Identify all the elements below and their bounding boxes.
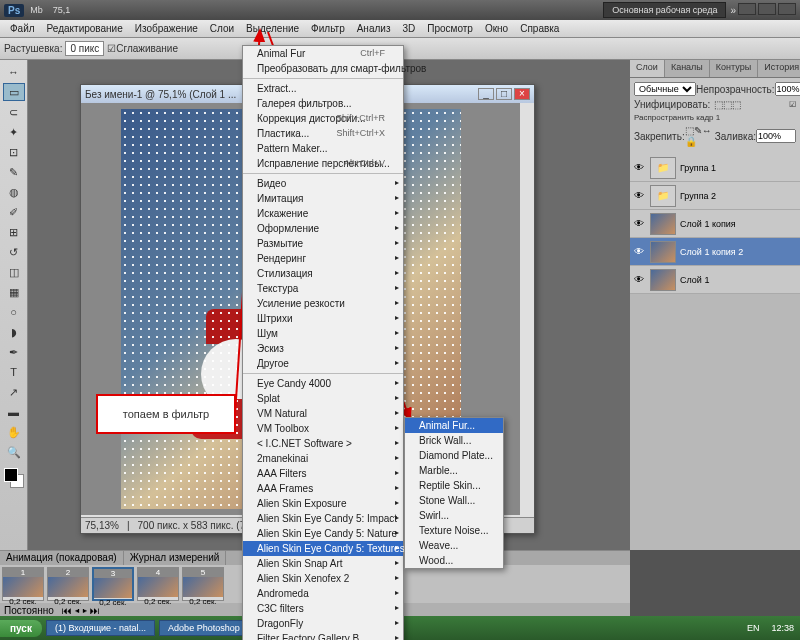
measurement-tab[interactable]: Журнал измерений: [124, 551, 227, 565]
pen-tool[interactable]: ✒: [3, 343, 25, 361]
doc-maximize-button[interactable]: □: [496, 88, 512, 100]
menuitem[interactable]: Пластика...Shift+Ctrl+X: [243, 126, 403, 141]
menuitem[interactable]: Искажение: [243, 206, 403, 221]
layer-row[interactable]: 👁Слой 1 копия 2: [630, 238, 800, 266]
healing-tool[interactable]: ◍: [3, 183, 25, 201]
brush-tool[interactable]: ✐: [3, 203, 25, 221]
menuitem[interactable]: VM Natural: [243, 406, 403, 421]
panels-dock[interactable]: СлоиКаналыКонтурыИстория Обычные Непрозр…: [630, 60, 800, 550]
zoom-tool[interactable]: 🔍: [3, 443, 25, 461]
doc-close-button[interactable]: ×: [514, 88, 530, 100]
play-controls[interactable]: ⏮ ◀ ▶ ⏭: [62, 605, 100, 616]
menuitem[interactable]: Pattern Maker...: [243, 141, 403, 156]
anim-frame[interactable]: 50,2 сек.: [182, 567, 224, 601]
anim-frame[interactable]: 40,2 сек.: [137, 567, 179, 601]
fill-input[interactable]: [756, 129, 796, 143]
menuitem[interactable]: Эскиз: [243, 341, 403, 356]
menu-3D[interactable]: 3D: [396, 21, 421, 36]
path-tool[interactable]: ↗: [3, 383, 25, 401]
eyedropper-tool[interactable]: ✎: [3, 163, 25, 181]
menuitem[interactable]: Brick Wall...: [405, 433, 503, 448]
zoom-field[interactable]: 75,1: [53, 5, 71, 15]
menuitem[interactable]: Marble...: [405, 463, 503, 478]
menuitem[interactable]: Alien Skin Eye Candy 5: Impact: [243, 511, 403, 526]
menuitem[interactable]: Splat: [243, 391, 403, 406]
menuitem[interactable]: Alien Skin Xenofex 2: [243, 571, 403, 586]
menuitem[interactable]: Имитация: [243, 191, 403, 206]
menuitem[interactable]: Alien Skin Snap Art: [243, 556, 403, 571]
stamp-tool[interactable]: ⊞: [3, 223, 25, 241]
menuitem[interactable]: Eye Candy 4000: [243, 376, 403, 391]
panel-tabs[interactable]: СлоиКаналыКонтурыИстория: [630, 60, 800, 78]
menuitem[interactable]: Stone Wall...: [405, 493, 503, 508]
menuitem[interactable]: Видео: [243, 176, 403, 191]
menu-Файл[interactable]: Файл: [4, 21, 41, 36]
workspace-switcher[interactable]: Основная рабочая среда: [603, 2, 726, 18]
menuitem[interactable]: Animal FurCtrl+F: [243, 46, 403, 61]
marquee-tool[interactable]: ▭: [3, 83, 25, 101]
tray-lang[interactable]: EN: [741, 623, 766, 633]
menu-Слои[interactable]: Слои: [204, 21, 240, 36]
feather-input[interactable]: 0 пикс: [65, 41, 104, 56]
menu-Выделение[interactable]: Выделение: [240, 21, 305, 36]
textures-submenu[interactable]: Animal Fur...Brick Wall...Diamond Plate.…: [404, 417, 504, 569]
filter-menu[interactable]: Animal FurCtrl+FПреобразовать для смарт-…: [242, 45, 404, 640]
main-menubar[interactable]: ФайлРедактированиеИзображениеСлоиВыделен…: [0, 20, 800, 38]
menuitem[interactable]: Оформление: [243, 221, 403, 236]
menuitem[interactable]: Штрихи: [243, 311, 403, 326]
menuitem[interactable]: Animal Fur...: [405, 418, 503, 433]
layers-panel-options[interactable]: Обычные Непрозрачность: Унифицировать:⬚⬚…: [630, 78, 800, 154]
menuitem[interactable]: Исправление перспективы...Alt+Ctrl+V: [243, 156, 403, 171]
wand-tool[interactable]: ✦: [3, 123, 25, 141]
menuitem[interactable]: Reptile Skin...: [405, 478, 503, 493]
blend-mode-select[interactable]: Обычные: [634, 82, 696, 96]
menuitem[interactable]: Преобразовать для смарт-фильтров: [243, 61, 403, 76]
menuitem[interactable]: Swirl...: [405, 508, 503, 523]
doc-minimize-button[interactable]: _: [478, 88, 494, 100]
menuitem[interactable]: Рендеринг: [243, 251, 403, 266]
blur-tool[interactable]: ○: [3, 303, 25, 321]
menuitem[interactable]: Diamond Plate...: [405, 448, 503, 463]
crop-tool[interactable]: ⊡: [3, 143, 25, 161]
menuitem[interactable]: C3C filters: [243, 601, 403, 616]
menu-Редактирование[interactable]: Редактирование: [41, 21, 129, 36]
opacity-input[interactable]: [775, 82, 800, 96]
layer-row[interactable]: 👁📁Группа 2: [630, 182, 800, 210]
anim-frame[interactable]: 20,2 сек.: [47, 567, 89, 601]
menuitem[interactable]: Weave...: [405, 538, 503, 553]
menu-Справка[interactable]: Справка: [514, 21, 565, 36]
animation-tab[interactable]: Анимация (покадровая): [0, 551, 124, 565]
menuitem[interactable]: Alien Skin Eye Candy 5: Nature: [243, 526, 403, 541]
menuitem[interactable]: Текстура: [243, 281, 403, 296]
menu-Изображение[interactable]: Изображение: [129, 21, 204, 36]
start-button[interactable]: пуск: [0, 620, 42, 637]
menuitem[interactable]: Усиление резкости: [243, 296, 403, 311]
anim-frame[interactable]: 30,2 сек.: [92, 567, 134, 601]
taskbar-item-mail[interactable]: (1) Входящие - natal...: [46, 620, 155, 636]
menuitem[interactable]: Другое: [243, 356, 403, 371]
color-swatches[interactable]: [4, 468, 24, 488]
menuitem[interactable]: Extract...: [243, 81, 403, 96]
menuitem[interactable]: 2manekinai: [243, 451, 403, 466]
menuitem[interactable]: Andromeda: [243, 586, 403, 601]
panel-tab[interactable]: История: [758, 60, 800, 77]
menuitem[interactable]: Alien Skin Exposure: [243, 496, 403, 511]
layers-list[interactable]: 👁📁Группа 1👁📁Группа 2👁Слой 1 копия👁Слой 1…: [630, 154, 800, 294]
menuitem[interactable]: < I.C.NET Software >: [243, 436, 403, 451]
menuitem[interactable]: Коррекция дисторсии...Shift+Ctrl+R: [243, 111, 403, 126]
layer-row[interactable]: 👁Слой 1 копия: [630, 210, 800, 238]
menuitem[interactable]: Шум: [243, 326, 403, 341]
hand-tool[interactable]: ✋: [3, 423, 25, 441]
eraser-tool[interactable]: ◫: [3, 263, 25, 281]
status-zoom[interactable]: 75,13%: [85, 520, 119, 531]
anim-frame[interactable]: 10,2 сек.: [2, 567, 44, 601]
menuitem[interactable]: AAA Frames: [243, 481, 403, 496]
history-brush-tool[interactable]: ↺: [3, 243, 25, 261]
menuitem[interactable]: DragonFly: [243, 616, 403, 631]
propagate-checkbox[interactable]: ☑: [789, 100, 796, 109]
menuitem[interactable]: VM Toolbox: [243, 421, 403, 436]
menu-Просмотр[interactable]: Просмотр: [421, 21, 479, 36]
menu-Анализ[interactable]: Анализ: [351, 21, 397, 36]
menuitem[interactable]: Стилизация: [243, 266, 403, 281]
layer-row[interactable]: 👁Слой 1: [630, 266, 800, 294]
